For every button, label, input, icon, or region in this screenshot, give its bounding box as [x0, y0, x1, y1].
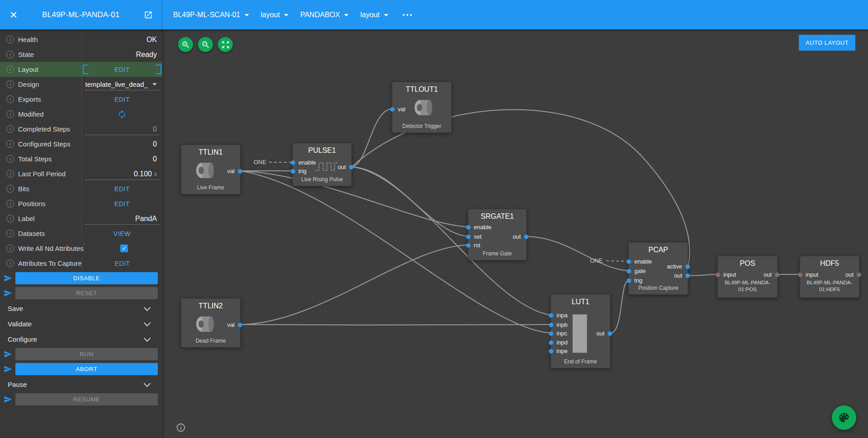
one-constant-label: ONE [590, 257, 603, 264]
attr-row-layout: i Layout EDIT [0, 62, 162, 77]
block-pcap[interactable]: PCAP enable gate trig active out Positio… [628, 242, 688, 295]
port-dot[interactable] [291, 160, 295, 165]
run-button[interactable]: RUN [15, 348, 158, 360]
breadcrumb-pandabox[interactable]: PANDABOX [300, 11, 349, 19]
port-dot[interactable] [549, 349, 553, 353]
layout-edit-link[interactable]: EDIT [114, 66, 130, 73]
block-pulse1[interactable]: PULSE1 enable trig out Live Rising Pulse [292, 143, 352, 186]
block-lut1[interactable]: LUT1 inpa inpb inpc inpd inpe out End of… [551, 294, 610, 368]
last-poll-period-field[interactable]: 0.100 s [81, 166, 162, 181]
resume-button[interactable]: RESUME [15, 393, 158, 405]
port-gate: gate [629, 267, 646, 275]
block-srgate1[interactable]: SRGATE1 enable set rst out Frame Gate [468, 209, 527, 260]
ttl-connector-icon [192, 312, 218, 336]
block-ttlout1[interactable]: TTLOUT1 val Detector Trigger [392, 82, 452, 133]
info-icon: i [6, 51, 14, 58]
device-title: BL49P-ML-PANDA-01 [22, 10, 140, 19]
port-dot[interactable] [608, 331, 612, 336]
attr-row-total-steps: i Total Steps 0 [0, 151, 162, 166]
port-dot[interactable] [627, 269, 631, 273]
port-enable: enable [629, 258, 652, 266]
block-ttlin2[interactable]: TTLIN2 val Dead Frame [181, 298, 241, 348]
port-dot[interactable] [716, 273, 720, 277]
port-dot[interactable] [549, 331, 553, 336]
port-dot[interactable] [466, 243, 471, 248]
more-menu-icon[interactable] [400, 11, 415, 19]
palette-fab-button[interactable] [832, 405, 856, 430]
port-dot[interactable] [549, 340, 553, 345]
wire [610, 280, 628, 333]
section-save[interactable]: Save [0, 301, 162, 316]
disable-button[interactable]: DISABLE [15, 272, 158, 284]
exports-edit-link[interactable]: EDIT [114, 96, 130, 103]
port-out: out [764, 271, 777, 279]
configured-steps-value: 0 [81, 137, 162, 151]
section-configure[interactable]: Configure [0, 331, 162, 347]
chevron-down-icon [344, 14, 349, 16]
port-dot[interactable] [857, 273, 861, 277]
port-dot[interactable] [524, 235, 528, 239]
send-icon [4, 395, 12, 404]
auto-layout-button[interactable]: AUTO LAYOUT [799, 35, 855, 51]
block-pos[interactable]: POS input out BL49P-ML-PANDA-01:POS [717, 256, 778, 298]
port-dot[interactable] [291, 169, 295, 174]
wire [241, 325, 551, 325]
block-hdf5[interactable]: HDF5 input out BL49P-ML-PANDA-01:HDF5 [800, 256, 859, 298]
topbar: × BL49P-ML-PANDA-01 BL49P-ML-SCAN-01 lay… [0, 0, 868, 29]
attr-row-exports: i Exports EDIT [0, 92, 162, 107]
attr-row-positions: i Positions EDIT [0, 196, 162, 211]
breadcrumb-layout-1[interactable]: layout [261, 11, 289, 19]
port-dot[interactable] [685, 273, 690, 278]
port-dot[interactable] [798, 273, 802, 277]
port-dot[interactable] [238, 323, 242, 327]
port-dot[interactable] [549, 313, 553, 318]
port-dot[interactable] [627, 259, 631, 264]
section-pause[interactable]: Pause [0, 377, 162, 392]
port-dot[interactable] [349, 165, 354, 170]
design-select[interactable]: template_live_dead_ [81, 77, 162, 92]
close-icon[interactable]: × [5, 7, 22, 23]
info-icon[interactable] [176, 423, 186, 433]
wire [352, 167, 468, 236]
block-ttlin1[interactable]: TTLIN1 val Live Frame [181, 145, 241, 194]
label-field[interactable]: PandA [81, 211, 162, 226]
port-dot[interactable] [775, 273, 779, 277]
port-dot[interactable] [549, 323, 553, 327]
port-dot[interactable] [238, 169, 242, 174]
info-icon: i [6, 140, 14, 148]
port-out: out [338, 163, 351, 171]
port-trig: trig [629, 277, 642, 285]
completed-steps-value: 0 [81, 122, 162, 137]
positions-edit-link[interactable]: EDIT [114, 200, 130, 207]
port-dot[interactable] [466, 235, 471, 239]
info-icon: i [6, 95, 14, 103]
sync-icon[interactable] [118, 110, 127, 119]
datasets-view-link[interactable]: VIEW [113, 230, 131, 237]
run-action-row: RUN [0, 347, 162, 362]
zoom-fit-button[interactable] [218, 37, 233, 52]
port-dot[interactable] [466, 225, 471, 230]
port-set: set [468, 233, 481, 241]
chevron-down-icon [152, 83, 157, 85]
layout-canvas[interactable]: AUTO LAYOUT ONE ONE TTLIN1 val Live Fram… [162, 29, 868, 438]
abort-button[interactable]: ABORT [15, 363, 158, 375]
attributes-to-capture-edit-link[interactable]: EDIT [115, 260, 130, 267]
ttl-connector-icon [192, 159, 218, 182]
attr-row-modified: i Modified [0, 107, 162, 122]
bits-edit-link[interactable]: EDIT [114, 185, 130, 193]
port-dot[interactable] [627, 278, 631, 283]
breadcrumb-layout-2[interactable]: layout [360, 11, 388, 19]
port-inpa: inpa [551, 311, 568, 320]
section-validate[interactable]: Validate [0, 316, 162, 331]
write-all-nd-checkbox[interactable]: ✓ [120, 245, 128, 252]
zoom-out-button[interactable] [198, 37, 213, 52]
zoom-in-button[interactable] [178, 37, 193, 52]
breadcrumb-scan[interactable]: BL49P-ML-SCAN-01 [173, 11, 249, 19]
info-icon: i [6, 200, 14, 207]
port-dot[interactable] [685, 264, 690, 269]
port-dot[interactable] [390, 107, 395, 112]
attr-row-datasets: i Datasets VIEW [0, 226, 162, 241]
info-icon: i [6, 125, 14, 133]
open-in-new-icon[interactable] [140, 7, 156, 23]
reset-button[interactable]: RESET [15, 287, 158, 299]
